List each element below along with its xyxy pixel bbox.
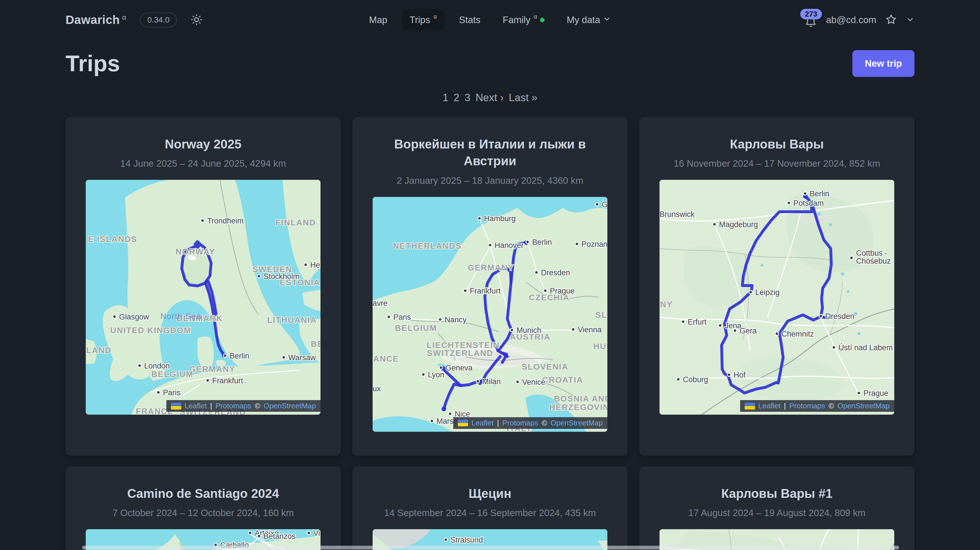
trip-title: Карловы Вары #1 [658,485,896,502]
nav-item-family[interactable]: Familyα [495,10,552,30]
map-city-label: Munich [517,326,541,335]
trip-card[interactable]: Карловы Вары #117 August 2024 – 19 Augus… [639,466,915,550]
app-logo[interactable]: Dawarichα [65,13,126,27]
trip-card[interactable]: Camino de Santiago 20247 October 2024 – … [65,466,341,550]
chevron-down-icon [603,14,611,26]
trip-title: Norway 2025 [84,136,322,153]
leaflet-link[interactable]: Leaflet [185,402,207,410]
version-badge: 0.34.0 [140,13,177,27]
map-country-label: SLOVA [595,310,608,319]
new-trip-button[interactable]: New trip [853,50,915,77]
map-city-dot [257,534,261,538]
map-city-dot [206,379,209,382]
attribution-separator: | [497,419,499,427]
map-city-label: Jena [725,322,742,330]
map-city-label: London [144,362,170,370]
nav-item-family-label: Family [503,14,530,26]
protomaps-link[interactable]: Protomaps [216,402,251,410]
openstreetmap-link[interactable]: OpenStreetMap [837,402,890,410]
trip-dates: 2 January 2025 – 18 January 2025, 4360 k… [371,175,609,186]
map-city-label: Brunswick [660,210,695,218]
map-city-dot [307,531,310,535]
map-lake [829,223,832,226]
map-city-dot [733,329,737,332]
copyright-symbol: © [255,402,260,410]
map-city-label: Prague [864,389,888,397]
map-city-dot [387,315,391,319]
alpha-badge: α [434,13,437,20]
trip-card[interactable]: Щецин14 September 2024 – 16 September 20… [352,466,628,550]
trip-card[interactable]: Карловы Вары16 November 2024 – 17 Novemb… [639,117,915,456]
horizontal-scrollbar[interactable] [82,546,899,550]
nav-item-my-data[interactable]: My data [559,10,618,30]
trip-title: Карловы Вары [658,136,896,153]
favorites-button[interactable] [885,13,897,27]
map-city-dot [544,289,547,292]
map-city-label: Cottbus - [856,249,888,257]
notifications-button[interactable]: 273 [804,11,817,29]
leaflet-link[interactable]: Leaflet [758,402,781,410]
map-city-dot [438,318,442,321]
map-city-label: Stralsund [450,536,483,544]
openstreetmap-link[interactable]: OpenStreetMap [550,419,603,427]
map-city-label: Lyon [428,370,444,379]
map-country-label: FINLAND [275,218,316,227]
nav-item-stats[interactable]: Stats [452,10,488,30]
trip-card[interactable]: Воркейшен в Италии и лыжи в Австрии2 Jan… [352,117,628,456]
nav-item-map[interactable]: Map [361,10,395,30]
nav-item-my-data-label: My data [566,14,600,26]
pagination-link[interactable]: Next › [476,92,504,104]
map-city-dot [430,419,434,422]
trip-map[interactable]: E ISLANDSNORWAYSWEDENFINLANDESTONIALITHU… [86,180,320,414]
map-attribution: Leaflet|Protomaps©OpenStreetMap [740,400,894,412]
trip-title: Camino de Santiago 2024 [84,485,322,502]
map-country-label: BELGIUM [151,370,193,379]
pagination-link[interactable]: 3 [465,92,471,104]
map-city-dot [478,217,481,220]
nav-item-trips[interactable]: Tripsα [402,10,444,30]
map-country-label: LITHUANIA [267,316,317,325]
openstreetmap-link[interactable]: OpenStreetMap [264,402,316,410]
map-city-dot [803,192,807,195]
main-menu: Map Tripsα Stats Familyα My data [361,10,618,30]
trip-dates: 17 August 2024 – 19 August 2024, 809 km [658,507,896,518]
map-city-dot [857,391,861,395]
trip-map[interactable]: BrunswickNYBerlinPotsdamMagdeburgCottbus… [660,180,894,414]
trip-dates: 7 October 2024 – 12 October 2024, 160 km [84,507,322,518]
map-city-label: Betanzos [264,532,296,540]
leaflet-link[interactable]: Leaflet [471,419,494,427]
map-city-label: Erfurt [688,318,707,326]
pagination-link[interactable]: 2 [453,92,460,104]
map-lake [847,290,850,293]
trip-map-canvas[interactable]: BrunswickNYBerlinPotsdamMagdeburgCottbus… [660,180,894,414]
map-country-label: NETHERLANDS [393,241,461,250]
map-city-label: Potsdam [794,199,824,207]
map-city-dot [138,364,141,367]
protomaps-link[interactable]: Protomaps [789,402,825,410]
map-city-dot [257,274,261,278]
map-city-label: Berlin [532,238,552,247]
account-dropdown-toggle[interactable] [906,15,915,25]
map-city-label: Chemnitz [781,330,814,338]
theme-toggle-button[interactable] [191,14,202,27]
map-country-label: GERMANY [189,365,235,374]
map-city-label: Berlin [230,352,249,360]
map-city-label: Prague [550,287,574,295]
pagination-link[interactable]: Last » [509,92,538,104]
map-country-label: GERMANY [468,263,514,272]
trip-card[interactable]: Norway 202514 June 2025 – 24 June 2025, … [65,117,341,456]
protomaps-link[interactable]: Protomaps [503,419,538,427]
trip-map-canvas[interactable]: E ISLANDSNORWAYSWEDENFINLANDESTONIALITHU… [86,180,320,414]
trip-map-canvas[interactable]: NETHERLANDSGERMANYBELGIUMCZECHIAAUSTRIAL… [372,197,608,432]
map-country-label: HERZEGOVINA [549,403,608,412]
map-country-label: SWITZERLAND [427,349,493,358]
map-country-label: E ISLANDS [88,234,137,244]
alpha-badge: α [122,13,126,21]
account-menu-email[interactable]: ab@cd.com [826,14,876,26]
map-city-label: Stockholm [264,272,299,281]
map-city-label: Venice [522,378,545,386]
map-country-label: BELA [311,340,320,349]
map-country-label: SLOVENIA [522,362,568,371]
trip-map[interactable]: NETHERLANDSGERMANYBELGIUMCZECHIAAUSTRIAL… [372,197,608,432]
pagination-link[interactable]: 1 [442,92,449,104]
